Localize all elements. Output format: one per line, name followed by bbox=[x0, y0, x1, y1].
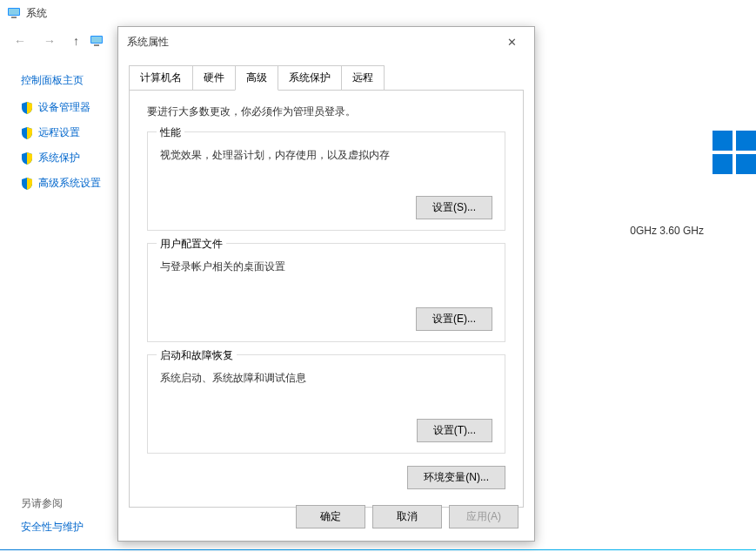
fieldset-legend: 性能 bbox=[157, 125, 184, 140]
apply-button[interactable]: 应用(A) bbox=[449, 505, 518, 528]
system-properties-dialog: 系统属性 ✕ 计算机名 硬件 高级 系统保护 远程 要进行大多数更改，你必须作为… bbox=[117, 26, 535, 542]
performance-settings-button[interactable]: 设置(S)... bbox=[416, 196, 492, 219]
see-also: 另请参阅 安全性与维护 bbox=[21, 496, 84, 535]
bottom-accent-bar bbox=[0, 549, 756, 550]
sidebar-item-remote[interactable]: 远程设置 bbox=[21, 125, 107, 140]
windows-logo-icon bbox=[713, 131, 756, 174]
see-also-link[interactable]: 安全性与维护 bbox=[21, 520, 84, 535]
user-profiles-settings-button[interactable]: 设置(E)... bbox=[416, 307, 492, 331]
dialog-titlebar[interactable]: 系统属性 ✕ bbox=[118, 27, 534, 57]
svg-rect-8 bbox=[713, 154, 733, 174]
svg-rect-9 bbox=[736, 154, 756, 174]
sidebar-item-advanced[interactable]: 高级系统设置 bbox=[21, 176, 107, 191]
system-icon bbox=[7, 6, 21, 20]
fieldset-legend: 启动和故障恢复 bbox=[157, 348, 237, 363]
fieldset-desc: 视觉效果，处理器计划，内存使用，以及虚拟内存 bbox=[160, 148, 492, 163]
tab-content: 要进行大多数更改，你必须作为管理员登录。 性能 视觉效果，处理器计划，内存使用，… bbox=[129, 90, 524, 508]
intro-text: 要进行大多数更改，你必须作为管理员登录。 bbox=[147, 104, 505, 119]
close-icon[interactable]: ✕ bbox=[498, 34, 525, 50]
sidebar-item-device-manager[interactable]: 设备管理器 bbox=[21, 100, 107, 115]
startup-recovery-settings-button[interactable]: 设置(T)... bbox=[417, 419, 492, 442]
fieldset-startup-recovery: 启动和故障恢复 系统启动、系统故障和调试信息 设置(T)... bbox=[147, 354, 505, 454]
svg-rect-5 bbox=[94, 44, 99, 46]
cancel-button[interactable]: 取消 bbox=[372, 505, 442, 528]
window-titlebar: 系统 bbox=[0, 0, 756, 26]
svg-rect-2 bbox=[11, 17, 17, 18]
svg-rect-7 bbox=[736, 131, 756, 151]
tab-computer-name[interactable]: 计算机名 bbox=[129, 65, 193, 91]
tab-advanced[interactable]: 高级 bbox=[235, 65, 278, 91]
breadcrumb-system-icon bbox=[90, 34, 104, 48]
shield-icon bbox=[21, 127, 33, 139]
sidebar-item-label: 远程设置 bbox=[38, 125, 80, 140]
tab-protection[interactable]: 系统保护 bbox=[278, 65, 342, 91]
fieldset-performance: 性能 视觉效果，处理器计划，内存使用，以及虚拟内存 设置(S)... bbox=[147, 131, 505, 231]
sidebar-header[interactable]: 控制面板主页 bbox=[21, 73, 107, 88]
tab-hardware[interactable]: 硬件 bbox=[192, 65, 236, 91]
tabs: 计算机名 硬件 高级 系统保护 远程 bbox=[118, 57, 534, 91]
window-title: 系统 bbox=[26, 6, 47, 21]
fieldset-user-profiles: 用户配置文件 与登录帐户相关的桌面设置 设置(E)... bbox=[147, 243, 505, 342]
fieldset-desc: 与登录帐户相关的桌面设置 bbox=[160, 259, 492, 274]
nav-up-icon[interactable]: ↑ bbox=[66, 30, 86, 51]
dialog-buttons: 确定 取消 应用(A) bbox=[296, 505, 518, 528]
nav-forward-icon[interactable]: → bbox=[37, 30, 63, 51]
tab-remote[interactable]: 远程 bbox=[341, 65, 385, 91]
sidebar-item-protection[interactable]: 系统保护 bbox=[21, 151, 107, 165]
fieldset-desc: 系统启动、系统故障和调试信息 bbox=[160, 371, 492, 386]
ok-button[interactable]: 确定 bbox=[296, 505, 365, 528]
sidebar: 控制面板主页 设备管理器 远程设置 系统保护 高级系统设置 bbox=[0, 56, 117, 552]
dialog-title: 系统属性 bbox=[127, 35, 169, 50]
cpu-info-text: 0GHz 3.60 GHz bbox=[630, 225, 704, 237]
svg-rect-4 bbox=[91, 37, 102, 43]
svg-rect-1 bbox=[9, 9, 19, 15]
sidebar-item-label: 系统保护 bbox=[38, 151, 80, 165]
shield-icon bbox=[21, 152, 33, 165]
sidebar-item-label: 设备管理器 bbox=[38, 100, 90, 115]
nav-back-icon[interactable]: ← bbox=[7, 30, 33, 51]
shield-icon bbox=[21, 178, 33, 190]
shield-icon bbox=[21, 102, 33, 114]
sidebar-item-label: 高级系统设置 bbox=[38, 176, 101, 191]
svg-rect-6 bbox=[713, 131, 733, 151]
see-also-header: 另请参阅 bbox=[21, 496, 84, 511]
environment-variables-button[interactable]: 环境变量(N)... bbox=[407, 466, 505, 489]
fieldset-legend: 用户配置文件 bbox=[157, 237, 226, 252]
